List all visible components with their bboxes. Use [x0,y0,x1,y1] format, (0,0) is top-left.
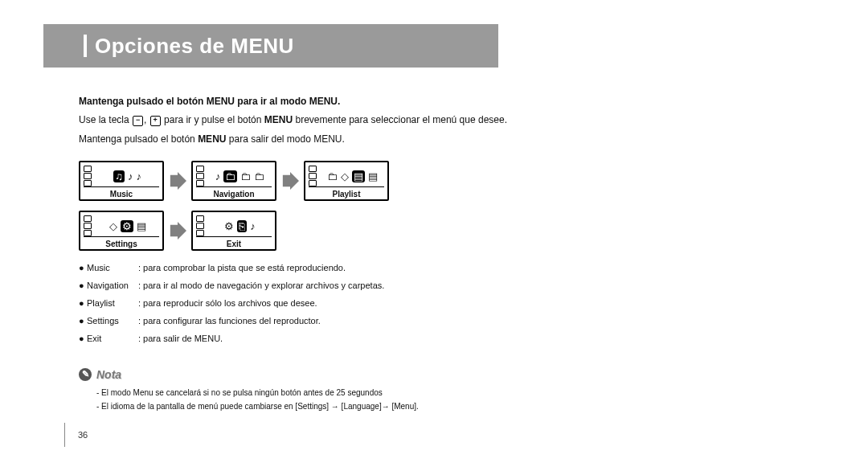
arrow-right-icon [281,172,299,190]
bullet-icon: ● [79,280,87,293]
diamond-icon: ◇ [109,221,117,231]
note-icon: ♪ [250,221,256,231]
svg-marker-0 [170,172,186,190]
list-item: ● Settings : para configurar las funcion… [79,315,529,328]
bullet-list: ● Music : para comprobar la pista que se… [79,262,529,346]
title-bar: Opciones de MENU [43,24,498,68]
page-icon: ▤ [368,171,378,182]
title-wrap: Opciones de MENU [0,0,868,68]
tile-icons: ◇ ⚙ ▤ [96,220,159,232]
tile-label: Playlist [309,186,384,201]
arrow-right-icon [169,222,186,240]
side-indicators [309,166,317,186]
list-item: ● Playlist : para reproducir sólo los ar… [79,297,529,310]
nota-title: Nota [96,367,121,383]
bullet-icon: ● [79,262,87,275]
nota-head: ✎ Nota [79,367,529,383]
bullet-key: Music [87,262,138,275]
tile-icons: ♪ 🗀 🗀 🗀 [208,170,272,182]
tile-body: ♫ ♪ ♪ [84,166,159,186]
folder-icon: 🗀 [240,171,251,182]
bullet-icon: ● [79,333,87,346]
svg-marker-2 [170,222,186,240]
nota-section: ✎ Nota - El modo Menu se cancelará si no… [79,367,529,412]
tile-body: ◇ ⚙ ▤ [84,215,159,236]
page-number-value: 36 [78,430,88,440]
usage-c: brevemente para seleccionar el menú que … [295,114,507,125]
tile-label: Navigation [196,186,272,201]
exit-menu: MENU [198,133,226,145]
bullet-key: Navigation [87,280,138,293]
bullet-val: : para configurar las funciones del repr… [138,315,529,328]
nota-item: - El idioma de la pantalla de menú puede… [96,401,529,413]
usage-a: Use la tecla [79,114,132,125]
bullet-val: : para reproducir sólo los archivos que … [138,297,529,310]
pencil-icon: ✎ [79,368,92,381]
exit-icon: ⎘ [237,220,247,232]
music-icon: ♫ [113,170,125,182]
tile-label: Music [84,186,159,201]
manual-page: Opciones de MENU Mantenga pulsado el bot… [0,0,868,471]
list-item: ● Music : para comprobar la pista que se… [79,262,529,275]
page-number: 36 [64,423,88,447]
bullet-val: : para salir de MENU. [138,333,529,346]
exit-line: Mantenga pulsado el botón MENU para sali… [79,133,529,146]
nota-list: - El modo Menu se cancelará si no se pul… [79,387,529,412]
tile-playlist: 🗀 ◇ ▤ ▤ Playlist [304,161,389,201]
title-divider [84,35,87,57]
gear-icon: ⚙ [121,220,133,232]
folder-icon: 🗀 [327,171,338,182]
gear-icon: ⚙ [224,221,234,231]
side-indicators [196,166,204,186]
comma: , [144,114,149,125]
page-title: Opciones de MENU [95,34,294,59]
tile-music: ♫ ♪ ♪ Music [79,161,164,201]
page-icon: ▤ [137,221,146,231]
tile-icons: ⚙ ⎘ ♪ [208,220,272,232]
list-item: ● Exit : para salir de MENU. [79,333,529,346]
tile-body: ⚙ ⎘ ♪ [196,215,272,236]
content: Mantenga pulsado el botón MENU para ir a… [0,68,529,412]
side-indicators [196,215,204,236]
svg-marker-1 [283,172,299,190]
tile-settings: ◇ ⚙ ▤ Settings [79,211,164,251]
exit-b: para salir del modo MENU. [229,133,345,145]
bullet-val: : para ir al modo de navegación y explor… [138,280,529,293]
plus-icon: + [150,116,161,126]
bullet-key: Exit [87,333,138,346]
bullet-key: Playlist [87,297,138,310]
usage-menu: MENU [264,114,293,125]
note-icon: ♪ [215,171,221,182]
menu-tiles: ♫ ♪ ♪ Music ♪ 🗀 🗀 🗀 [79,161,529,251]
minus-icon: − [133,116,143,126]
note-icon: ♪ [128,171,133,182]
bullet-val: : para comprobar la pista que se está re… [138,262,529,275]
bullet-icon: ● [79,297,87,310]
note-icon: ♪ [136,171,141,182]
tile-icons: ♫ ♪ ♪ [96,170,159,182]
tile-icons: 🗀 ◇ ▤ ▤ [321,170,384,182]
tile-label: Exit [196,236,272,251]
folder-icon: 🗀 [254,171,264,182]
arrow-right-icon [169,172,186,190]
lead-line: Mantenga pulsado el botón MENU para ir a… [79,95,529,109]
page-icon: ▤ [352,170,365,182]
side-indicators [84,166,92,186]
usage-line: Use la tecla −, + para ir y pulse el bot… [79,113,529,127]
folder-icon: 🗀 [223,170,237,182]
tile-body: ♪ 🗀 🗀 🗀 [196,166,272,186]
exit-a: Mantenga pulsado el botón [79,133,198,145]
side-indicators [84,215,92,236]
nota-item: - El modo Menu se cancelará si no se pul… [96,387,529,399]
usage-b: para ir y pulse el botón [164,114,264,125]
menu-tiles-row2: ◇ ⚙ ▤ Settings ⚙ ⎘ [79,211,276,251]
tile-navigation: ♪ 🗀 🗀 🗀 Navigation [191,161,276,201]
tile-body: 🗀 ◇ ▤ ▤ [309,166,384,186]
bullet-icon: ● [79,315,87,328]
bullet-key: Settings [87,315,138,328]
diamond-icon: ◇ [341,171,349,182]
tile-label: Settings [84,236,159,251]
list-item: ● Navigation : para ir al modo de navega… [79,280,529,293]
tile-exit: ⚙ ⎘ ♪ Exit [191,211,276,251]
